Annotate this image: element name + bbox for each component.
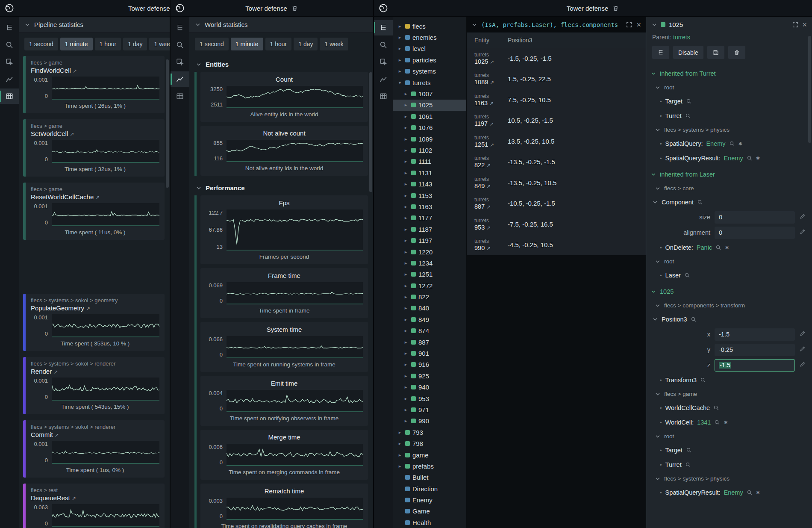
component-target-link[interactable]: Panic [697,244,712,251]
tree-item-1251[interactable]: ▸1251 [393,269,466,280]
tree-item-849[interactable]: ▸849 [393,314,466,325]
delete-entity-button[interactable] [728,46,745,59]
nav-tables-icon[interactable] [0,88,19,104]
tree-item-Bullet[interactable]: Bullet [393,472,466,483]
query-result-row[interactable]: turrets990 ↗-4.5, -0.25, 10.5 [467,235,646,256]
tree-expand-icon[interactable]: ▸ [397,57,403,63]
tree-expand-icon[interactable]: ▸ [397,441,403,446]
tree-item-1131[interactable]: ▸1131 [393,167,466,178]
system-name-link[interactable]: DequeueRest ↗ [31,494,159,501]
chevron-down-icon[interactable] [652,199,658,205]
entity-id-link[interactable]: 990 ↗ [474,245,508,251]
parent-link[interactable]: turrets [673,34,690,41]
component-row[interactable]: Component [646,195,812,209]
tree-item-1197[interactable]: ▸1197 [393,235,466,246]
component-row[interactable]: •SpatialQueryResult:Enemy✱ [646,151,812,165]
entity-id-link[interactable]: 1025 ↗ [474,58,508,65]
tree-item-1089[interactable]: ▸1089 [393,133,466,145]
tree-item-1272[interactable]: ▸1272 [393,280,466,291]
tree-item-level[interactable]: ▸level [393,43,466,54]
tree-expand-icon[interactable]: ▸ [403,91,409,97]
nav-statistics-icon[interactable] [374,71,393,87]
tree-item-798[interactable]: ▸798 [393,438,466,449]
tree-item-game[interactable]: ▸game [393,449,466,460]
tree-expand-icon[interactable]: ▸ [397,35,403,40]
tree-expand-icon[interactable]: ▸ [403,373,409,379]
tree-expand-icon[interactable]: ▸ [403,159,409,164]
component-row[interactable]: •Target [646,94,812,109]
system-name-link[interactable]: PopulateGeometry ↗ [31,304,159,312]
world-statistics-header[interactable]: World statistics [189,17,373,33]
query-component-icon[interactable] [715,245,721,251]
tree-expand-icon[interactable]: ▾ [397,80,403,86]
nav-statistics-icon[interactable] [0,71,19,87]
tree-item-Health[interactable]: Health [393,517,466,528]
query-component-icon[interactable] [700,377,706,383]
tree-expand-icon[interactable]: ▸ [397,24,403,29]
component-row[interactable]: •Laser [646,268,812,283]
query-result-row[interactable]: turrets849 ↗-13.5, -0.25, 10.5 [467,172,646,193]
tree-expand-icon[interactable]: ▸ [403,181,409,187]
tree-expand-icon[interactable]: ▸ [403,204,409,209]
time-range-1-week[interactable]: 1 week [149,38,170,50]
inspector-section-header[interactable]: inherited from Turret [646,65,812,81]
inspector-path-header[interactable]: flecs > systems > physics [646,123,812,136]
component-row[interactable]: Position3 [646,312,812,327]
tree-expand-icon[interactable]: ▸ [403,215,409,221]
query-input[interactable]: (IsA, prefabs.Laser), flecs.components [481,21,622,28]
tree-expand-icon[interactable]: ▸ [397,46,403,51]
nav-inspector-icon[interactable] [374,54,393,70]
system-name-link[interactable]: ResetWorldCellCache ↗ [31,193,159,201]
nav-statistics-icon[interactable] [171,71,189,87]
query-component-icon[interactable] [747,490,753,496]
tree-expand-icon[interactable]: ▸ [403,407,409,413]
tree-expand-icon[interactable]: ▸ [397,463,403,469]
query-component-icon[interactable] [714,419,720,425]
show-in-tree-button[interactable] [652,46,669,59]
inspector-path-header[interactable]: flecs > game [646,387,812,401]
entity-id-link[interactable]: 822 ↗ [474,162,508,168]
tree-expand-icon[interactable]: ▸ [403,227,409,232]
chevron-down-icon[interactable] [471,22,477,28]
tree-item-1111[interactable]: ▸1111 [393,156,466,167]
tree-item-prefabs[interactable]: ▸prefabs [393,460,466,472]
entity-id-link[interactable]: 1163 ↗ [474,100,508,106]
system-name-link[interactable]: Render ↗ [31,368,159,375]
entity-id-link[interactable]: 887 ↗ [474,203,508,210]
nav-tree-icon[interactable] [171,20,189,35]
time-range-1-day[interactable]: 1 day [123,38,147,50]
component-row[interactable]: •SpatialQueryResult:Enemy✱ [646,485,812,500]
entity-id-link[interactable]: 1089 ↗ [474,79,508,86]
component-row[interactable]: •OnDelete:Panic✱ [646,240,812,255]
time-range-1-hour[interactable]: 1 hour [265,38,292,50]
component-row[interactable]: •WorldCellCache [646,401,812,415]
time-range-1-minute[interactable]: 1 minute [60,38,93,50]
delete-app-icon[interactable] [612,5,619,12]
time-range-1-second[interactable]: 1 second [195,38,229,50]
tree-item-1177[interactable]: ▸1177 [393,212,466,224]
query-component-icon[interactable] [685,462,691,468]
query-result-row[interactable]: turrets953 ↗-7.5, -0.25, 16.5 [467,214,646,235]
tree-expand-icon[interactable]: ▸ [403,283,409,289]
inspector-path-header[interactable]: flecs > components > transform [646,299,812,312]
tree-expand-icon[interactable]: ▸ [403,317,409,322]
edit-icon[interactable] [799,213,807,221]
tree-item-971[interactable]: ▸971 [393,404,466,415]
component-row[interactable]: •WorldCell:1341✱ [646,415,812,430]
query-component-icon[interactable] [713,405,719,411]
close-icon[interactable]: × [802,21,807,29]
tree-expand-icon[interactable]: ▸ [403,294,409,300]
tree-item-1163[interactable]: ▸1163 [393,201,466,212]
tree-expand-icon[interactable]: ▸ [403,249,409,255]
tree-item-925[interactable]: ▸925 [393,370,466,381]
edit-icon[interactable] [799,330,807,339]
query-result-row[interactable]: turrets1025 ↗-1.5, -0.25, -1.5 [467,48,646,69]
tree-item-1061[interactable]: ▸1061 [393,111,466,122]
system-name-link[interactable]: SetWorldCell ↗ [31,130,159,137]
system-name-link[interactable]: FindWorldCell ↗ [31,67,159,74]
query-component-icon[interactable] [729,141,735,147]
inspector-section-header[interactable]: 1025 [646,283,812,299]
nav-tables-icon[interactable] [374,88,393,104]
field-input-alignment[interactable]: 0 [715,227,795,239]
entity-id-link[interactable]: 849 ↗ [474,183,508,189]
